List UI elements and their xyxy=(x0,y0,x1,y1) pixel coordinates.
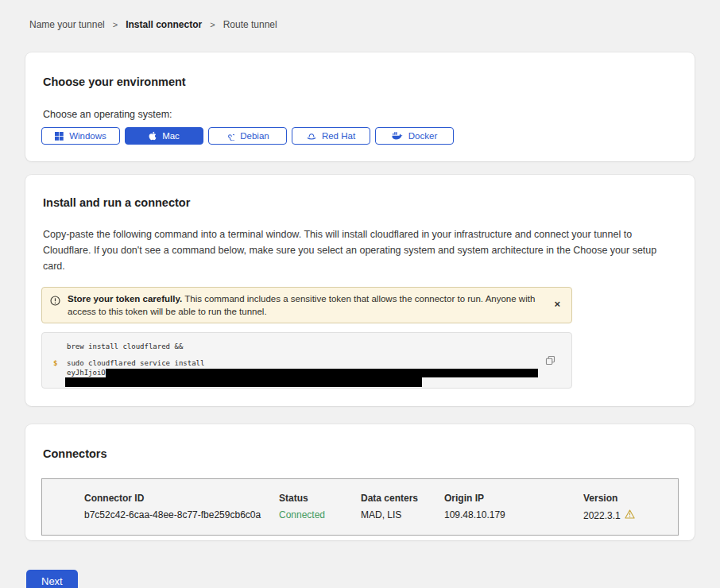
prompt-gutter xyxy=(53,342,67,351)
dollar-prompt: $ xyxy=(53,358,67,368)
os-button-label: Red Hat xyxy=(322,131,355,141)
connectors-card: Connectors Connector ID Status Data cent… xyxy=(25,424,695,540)
os-button-label: Debian xyxy=(240,131,269,141)
code-line-2-text: sudo cloudflared service install xyxy=(67,358,204,368)
warning-triangle-icon xyxy=(625,509,635,521)
table-row: b7c52c42-6caa-48ee-8c77-fbe259cb6c0a Con… xyxy=(84,509,678,521)
col-header-connector-id: Connector ID xyxy=(84,493,279,504)
alert-circle-icon xyxy=(50,295,60,309)
os-button-label: Docker xyxy=(408,131,437,141)
os-button-redhat[interactable]: Red Hat xyxy=(292,127,370,145)
os-button-group: Windows Mac Debian Red Hat Docker xyxy=(41,127,679,145)
docker-icon xyxy=(392,132,403,141)
col-header-origin-ip: Origin IP xyxy=(444,493,583,504)
version-cell: 2022.3.1 xyxy=(583,509,678,521)
next-button[interactable]: Next xyxy=(26,570,78,588)
breadcrumb-install-connector[interactable]: Install connector xyxy=(126,19,202,30)
breadcrumb-route-tunnel[interactable]: Route tunnel xyxy=(223,19,277,30)
connectors-card-title: Connectors xyxy=(43,448,679,460)
token-redacted-bar xyxy=(65,377,422,387)
token-prefix: eyJhIjoiO xyxy=(67,369,106,377)
col-header-version: Version xyxy=(583,493,678,504)
connector-id-value: b7c52c42-6caa-48ee-8c77-fbe259cb6c0a xyxy=(84,509,279,521)
code-line-2: $ sudo cloudflared service install xyxy=(53,358,560,368)
os-button-windows[interactable]: Windows xyxy=(41,127,120,145)
install-connector-card: Install and run a connector Copy-paste t… xyxy=(25,175,695,406)
windows-icon xyxy=(55,132,64,141)
origin-ip-value: 109.48.10.179 xyxy=(444,509,583,521)
close-icon[interactable]: × xyxy=(551,292,563,316)
version-value: 2022.3.1 xyxy=(583,510,621,521)
installer-card-title: Install and run a connector xyxy=(43,197,679,209)
debian-icon xyxy=(226,132,234,141)
environment-card-title: Choose your environment xyxy=(43,76,679,88)
install-command-codeblock: brew install cloudflared && $ sudo cloud… xyxy=(41,332,572,389)
connectors-table: Connector ID Status Data centers Origin … xyxy=(41,478,679,536)
token-line: eyJhIjoiO xyxy=(67,368,538,377)
os-button-docker[interactable]: Docker xyxy=(375,127,454,145)
os-button-label: Mac xyxy=(162,131,180,141)
token-redacted-bar xyxy=(106,369,538,377)
code-line-3: eyJhIjoiO xyxy=(53,368,560,377)
token-warning-banner: Store your token carefully. This command… xyxy=(41,287,572,323)
apple-icon xyxy=(149,131,157,141)
os-button-debian[interactable]: Debian xyxy=(208,127,287,145)
breadcrumb-name-your-tunnel[interactable]: Name your tunnel xyxy=(29,19,105,30)
token-warning-text: Store your token carefully. This command… xyxy=(68,292,544,318)
os-button-mac[interactable]: Mac xyxy=(125,127,203,145)
breadcrumb-separator: > xyxy=(210,20,215,29)
data-centers-value: MAD, LIS xyxy=(361,509,444,521)
redhat-icon xyxy=(307,132,316,141)
connectors-table-header: Connector ID Status Data centers Origin … xyxy=(84,493,678,504)
prompt-gutter xyxy=(53,368,67,377)
code-line-4 xyxy=(53,377,560,387)
col-header-data-centers: Data centers xyxy=(361,493,444,504)
col-header-status: Status xyxy=(279,493,361,504)
os-button-label: Windows xyxy=(69,131,106,141)
os-select-label: Choose an operating system: xyxy=(43,109,679,120)
code-line-1: brew install cloudflared && xyxy=(53,342,560,351)
choose-environment-card: Choose your environment Choose an operat… xyxy=(25,52,695,161)
copy-icon[interactable] xyxy=(544,354,557,369)
token-warning-title: Store your token carefully. xyxy=(68,294,182,304)
installer-description: Copy-paste the following command into a … xyxy=(43,226,675,274)
breadcrumb-separator: > xyxy=(113,20,118,29)
status-value: Connected xyxy=(279,509,361,521)
breadcrumb: Name your tunnel > Install connector > R… xyxy=(0,0,720,30)
code-line-1-text: brew install cloudflared && xyxy=(67,342,183,351)
